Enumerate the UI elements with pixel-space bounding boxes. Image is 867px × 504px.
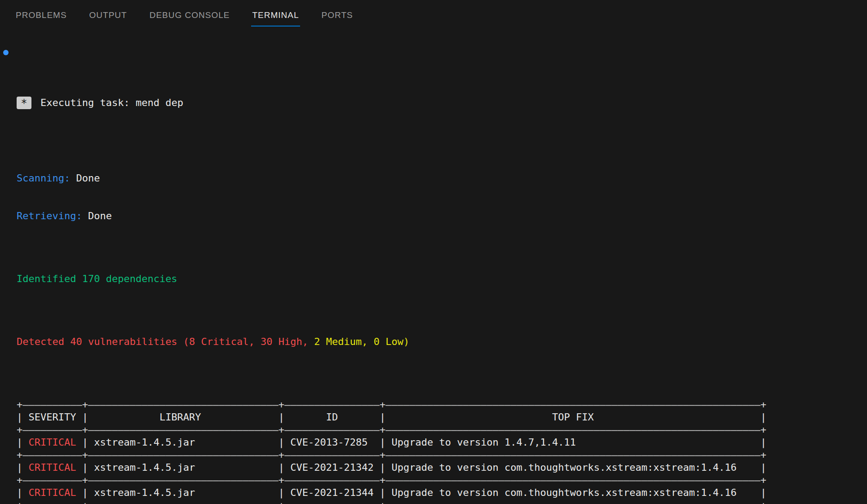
table-border-line: +——————————+————————————————————————————… <box>17 449 867 461</box>
tab-output[interactable]: OUTPUT <box>88 0 128 31</box>
tab-ports[interactable]: PORTS <box>321 0 354 31</box>
task-line: *Executing task: mend dep <box>17 97 867 109</box>
table-border-line: +——————————+————————————————————————————… <box>17 499 867 504</box>
tab-problems[interactable]: PROBLEMS <box>15 0 68 31</box>
detected-line: Detected 40 vulnerabilities (8 Critical,… <box>17 336 867 348</box>
scanning-value: Done <box>76 172 100 184</box>
table-border-line: +——————————+————————————————————————————… <box>17 474 867 486</box>
retrieving-line: Retrieving: Done <box>17 210 867 222</box>
task-text: Executing task: mend dep <box>40 97 183 108</box>
table-border-line: +——————————+————————————————————————————… <box>17 424 867 436</box>
identified-line: Identified 170 dependencies <box>17 273 867 285</box>
vulnerability-table: +——————————+————————————————————————————… <box>17 398 867 504</box>
scanning-line: Scanning: Done <box>17 172 867 185</box>
table-row: | CRITICAL | xstream-1.4.5.jar | CVE-202… <box>17 461 867 474</box>
task-asterisk-icon: * <box>17 97 31 109</box>
retrieving-label: Retrieving: <box>17 210 82 221</box>
scanning-label: Scanning: <box>17 172 70 184</box>
table-row: | CRITICAL | xstream-1.4.5.jar | CVE-202… <box>17 486 867 499</box>
tab-debug-console[interactable]: DEBUG CONSOLE <box>149 0 231 31</box>
terminal[interactable]: *Executing task: mend dep Scanning: Done… <box>0 31 867 504</box>
detected-red-text: Detected 40 vulnerabilities (8 Critical,… <box>17 336 314 347</box>
table-row: | CRITICAL | xstream-1.4.5.jar | CVE-201… <box>17 436 867 449</box>
panel-tabbar: PROBLEMSOUTPUTDEBUG CONSOLETERMINALPORTS <box>0 0 867 31</box>
command-decoration-dot <box>3 50 9 55</box>
tab-terminal[interactable]: TERMINAL <box>251 0 300 31</box>
identified-text: Identified 170 dependencies <box>17 273 177 284</box>
table-border-line: +——————————+————————————————————————————… <box>17 398 867 411</box>
detected-yellow-text: 2 Medium, 0 Low) <box>314 336 409 347</box>
table-header-line: | SEVERITY | LIBRARY | ID | TOP FIX | <box>17 411 867 424</box>
retrieving-value: Done <box>88 210 112 221</box>
